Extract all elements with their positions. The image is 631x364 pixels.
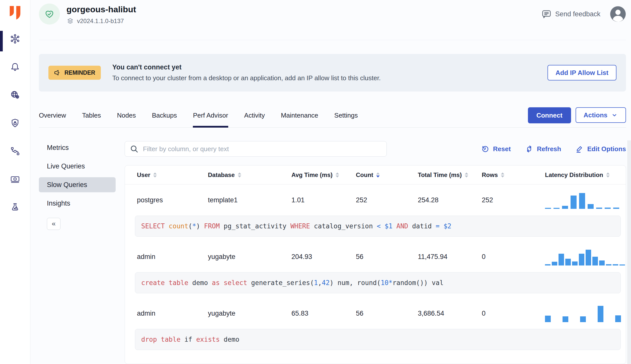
histogram-bar: [613, 208, 619, 209]
histogram-bar: [615, 315, 621, 322]
column-label: Latency Distribution: [545, 171, 603, 178]
sort-arrows-icon: [238, 172, 241, 177]
labs-flask-icon[interactable]: [9, 202, 21, 213]
billing-money-icon[interactable]: [9, 173, 21, 185]
cluster-identity: gorgeous-halibut v2024.1.1.0-b137: [39, 4, 136, 25]
column-header-count[interactable]: Count: [356, 171, 418, 178]
active-nav-indicator: [0, 31, 3, 51]
main-area: gorgeous-halibut v2024.1.1.0-b137: [30, 0, 631, 364]
collapse-sidebar-button[interactable]: «: [47, 218, 60, 230]
alerts-bell-icon[interactable]: [9, 61, 21, 73]
reminder-banner: REMINDER You can't connect yet To connec…: [39, 54, 626, 92]
latency-histogram: [545, 248, 626, 265]
cluster-title-block: gorgeous-halibut v2024.1.1.0-b137: [66, 4, 136, 25]
subnav-item-slow-queries[interactable]: Slow Queries: [39, 177, 116, 192]
integrations-flow-icon[interactable]: [9, 145, 21, 157]
tab-backups[interactable]: Backups: [152, 112, 177, 127]
cell-count: 252: [356, 196, 418, 204]
slow-queries-table: UserDatabaseAvg Time (ms)CountTotal Time…: [125, 165, 626, 364]
histogram-bar: [545, 316, 551, 322]
edit-pencil-icon: [575, 145, 584, 153]
cell-rows: 0: [482, 253, 545, 261]
table-row[interactable]: adminyugabyte65.83563,686.540: [125, 298, 626, 329]
histogram-bar: [598, 306, 603, 322]
tab-perf-advisor[interactable]: Perf Advisor: [193, 112, 228, 127]
tabs-row: OverviewTablesNodesBackupsPerf AdvisorAc…: [39, 107, 626, 128]
subnav-item-metrics[interactable]: Metrics: [39, 140, 116, 155]
table-row[interactable]: postgrestemplate11.01252254.28252: [125, 185, 626, 216]
filter-input[interactable]: [142, 145, 381, 153]
edit-options-button[interactable]: Edit Options: [575, 145, 626, 153]
cell-database: yugabyte: [208, 253, 291, 261]
sort-arrows-icon: [336, 172, 339, 177]
column-label: User: [137, 171, 150, 178]
refresh-label: Refresh: [537, 145, 561, 153]
clusters-network-icon[interactable]: [9, 33, 21, 45]
user-avatar[interactable]: [610, 6, 626, 22]
tab-settings[interactable]: Settings: [334, 112, 358, 127]
histogram-bar: [563, 316, 568, 322]
send-feedback-label: Send feedback: [555, 10, 600, 18]
sort-arrows-icon: [606, 172, 610, 177]
cell-total-time-ms: 254.28: [418, 196, 482, 204]
column-label: Avg Time (ms): [291, 171, 333, 178]
histogram-bar: [565, 259, 571, 265]
cell-count: 56: [356, 310, 418, 317]
tab-overview[interactable]: Overview: [39, 112, 66, 127]
header-right: Send feedback: [541, 4, 626, 22]
sort-arrows-icon: [376, 172, 380, 177]
histogram-bar: [571, 196, 577, 209]
cell-latency-distribution: [545, 191, 626, 209]
column-header-user[interactable]: User: [137, 171, 208, 178]
subnav-item-insights[interactable]: Insights: [39, 196, 116, 211]
scrollbar-track[interactable]: [627, 140, 631, 364]
yugabyte-logo-icon[interactable]: [8, 6, 22, 21]
table-row[interactable]: adminyugabyte204.935611,475.940: [125, 241, 626, 272]
sort-arrows-icon: [465, 172, 468, 177]
reset-button[interactable]: Reset: [481, 145, 511, 153]
column-header-latency-distribution[interactable]: Latency Distribution: [545, 171, 626, 178]
tab-tables[interactable]: Tables: [82, 112, 101, 127]
cluster-header: gorgeous-halibut v2024.1.1.0-b137: [39, 0, 626, 40]
cell-latency-distribution: [545, 248, 626, 265]
column-header-avg-time-ms[interactable]: Avg Time (ms): [291, 171, 356, 178]
history-reset-icon: [481, 145, 490, 153]
chevron-down-icon: [611, 112, 618, 119]
tab-maintenance[interactable]: Maintenance: [281, 112, 318, 127]
histogram-bar: [588, 204, 594, 209]
sort-arrows-icon: [153, 172, 157, 177]
column-label: Rows: [482, 171, 498, 178]
tab-activity[interactable]: Activity: [244, 112, 265, 127]
column-label: Total Time (ms): [418, 171, 462, 178]
send-feedback-button[interactable]: Send feedback: [541, 9, 600, 19]
toolbar-actions: Reset Refresh: [481, 145, 626, 153]
column-label: Database: [208, 171, 235, 178]
cell-avg-time-ms: 204.93: [291, 253, 356, 261]
security-shield-lock-icon[interactable]: [9, 117, 21, 129]
search-icon: [130, 145, 138, 153]
histogram-bar: [605, 208, 611, 209]
column-header-total-time-ms[interactable]: Total Time (ms): [418, 171, 482, 178]
cell-user: admin: [137, 253, 208, 261]
latency-histogram: [545, 305, 626, 322]
refresh-button[interactable]: Refresh: [525, 145, 561, 153]
cell-total-time-ms: 11,475.94: [418, 253, 482, 261]
subnav-item-live-queries[interactable]: Live Queries: [39, 159, 116, 174]
slow-queries-toolbar: Reset Refresh: [125, 141, 626, 157]
column-header-database[interactable]: Database: [208, 171, 291, 178]
histogram-bar: [580, 316, 586, 322]
query-text-block: SELECT count(*) FROM pg_stat_activity WH…: [135, 216, 621, 237]
histogram-bar: [554, 208, 560, 209]
column-header-rows[interactable]: Rows: [482, 171, 545, 178]
table-body: postgrestemplate11.01252254.28252SELECT …: [125, 185, 626, 350]
add-ip-allow-list-button[interactable]: Add IP Allow List: [547, 65, 616, 80]
column-label: Count: [356, 171, 373, 178]
actions-dropdown-button[interactable]: Actions: [576, 107, 626, 123]
cell-avg-time-ms: 1.01: [291, 196, 356, 204]
connect-button[interactable]: Connect: [528, 107, 571, 123]
histogram-bar: [572, 261, 578, 265]
histogram-bar: [619, 264, 625, 265]
tab-nodes[interactable]: Nodes: [117, 112, 136, 127]
network-globe-settings-icon[interactable]: [9, 89, 21, 101]
cell-user: postgres: [137, 196, 208, 204]
